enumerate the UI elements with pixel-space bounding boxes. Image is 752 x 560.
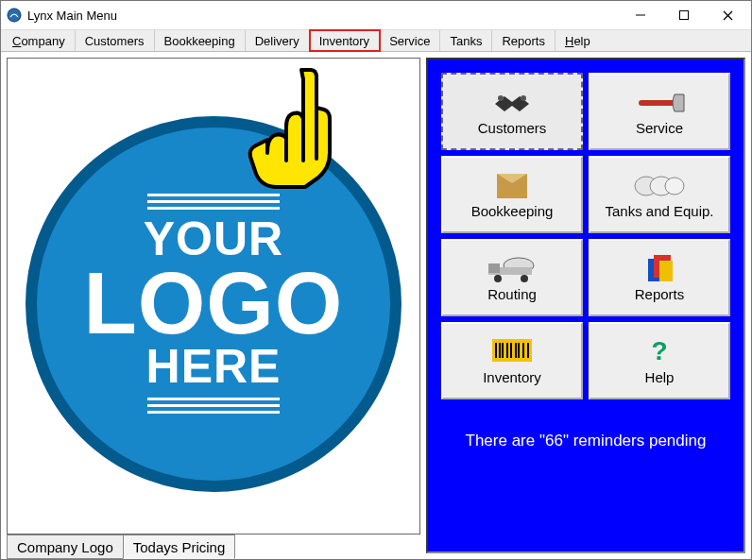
btn-service[interactable]: Service [589, 73, 730, 150]
wrench-icon [633, 88, 686, 118]
svg-rect-8 [639, 100, 675, 106]
btn-tanks-label: Tanks and Equip. [594, 203, 725, 219]
logo-frame: YOUR LOGO HERE [7, 58, 420, 535]
menu-bookkeeping[interactable]: Bookkeeping [155, 30, 246, 51]
btn-routing-label: Routing [447, 286, 577, 302]
tanks-icon [633, 171, 686, 201]
menu-company[interactable]: Company [3, 30, 76, 51]
app-icon [7, 8, 22, 23]
btn-help[interactable]: ? Help [589, 322, 730, 399]
tab-todays-pricing[interactable]: Todays Pricing [123, 535, 236, 559]
title-bar: Lynx Main Menu [1, 1, 751, 29]
menu-tanks[interactable]: Tanks [440, 30, 492, 51]
menu-customers[interactable]: Customers [76, 30, 155, 51]
window-title: Lynx Main Menu [27, 8, 117, 23]
window-controls [619, 1, 749, 29]
tab-company-logo[interactable]: Company Logo [7, 535, 124, 559]
question-icon: ? [648, 337, 671, 367]
minimize-button[interactable] [619, 1, 662, 29]
btn-customers[interactable]: Customers [441, 73, 583, 150]
svg-point-6 [498, 95, 504, 101]
company-logo: YOUR LOGO HERE [26, 115, 402, 491]
menu-inventory[interactable]: Inventory [310, 30, 380, 51]
btn-inventory[interactable]: Inventory [441, 322, 583, 399]
btn-tanks[interactable]: Tanks and Equip. [589, 156, 730, 233]
btn-routing[interactable]: Routing [441, 239, 583, 316]
ledger-icon [493, 171, 531, 201]
svg-rect-3 [680, 11, 689, 20]
left-tabs: Company Logo Todays Pricing [7, 535, 420, 559]
svg-point-16 [494, 275, 502, 282]
btn-service-label: Service [594, 120, 725, 136]
menu-reports[interactable]: Reports [492, 30, 555, 51]
svg-point-17 [521, 275, 528, 282]
menu-delivery[interactable]: Delivery [246, 30, 310, 51]
reports-icon [642, 254, 676, 284]
menu-bar: Company Customers Bookkeeping Delivery I… [1, 29, 751, 52]
btn-reports-label: Reports [594, 286, 725, 302]
btn-bookkeeping-label: Bookkeeping [447, 203, 577, 219]
menu-service[interactable]: Service [380, 30, 440, 51]
btn-reports[interactable]: Reports [589, 239, 730, 316]
svg-rect-15 [488, 263, 500, 273]
svg-text:?: ? [651, 337, 667, 365]
btn-inventory-label: Inventory [447, 369, 577, 385]
logo-line3: HERE [146, 345, 282, 390]
logo-line2: LOGO [84, 263, 344, 345]
maximize-button[interactable] [662, 1, 706, 29]
right-pane: Customers Service Bookkeeping [426, 52, 751, 559]
launcher-panel: Customers Service Bookkeeping [426, 58, 745, 553]
truck-icon [485, 254, 539, 284]
menu-help[interactable]: Help [555, 30, 600, 51]
left-pane: YOUR LOGO HERE Company L [1, 52, 426, 559]
btn-help-label: Help [594, 369, 725, 385]
btn-customers-label: Customers [447, 120, 577, 136]
btn-bookkeeping[interactable]: Bookkeeping [441, 156, 583, 233]
barcode-icon [490, 337, 534, 367]
svg-rect-20 [659, 261, 673, 281]
handshake-icon [491, 88, 533, 118]
reminders-text: There are "66" reminders pending [441, 432, 730, 450]
close-button[interactable] [706, 1, 749, 29]
svg-point-12 [665, 178, 684, 195]
svg-point-7 [521, 95, 526, 101]
